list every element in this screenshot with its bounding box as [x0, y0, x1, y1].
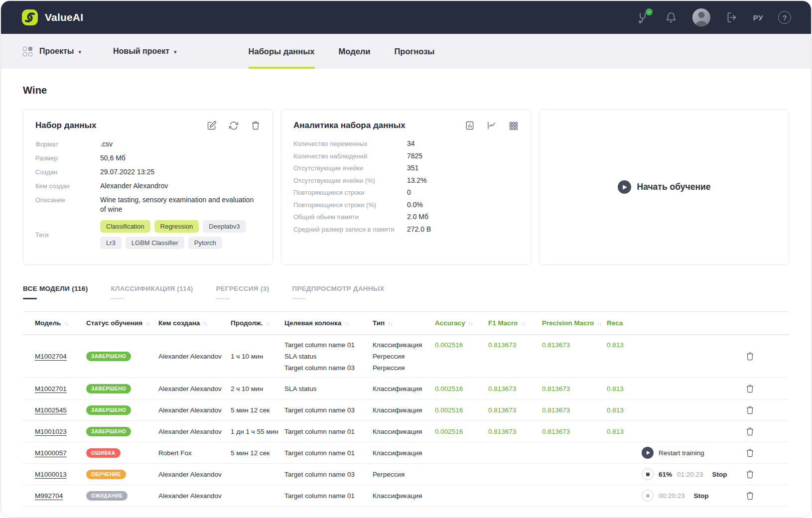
model-link[interactable]: M1002704 — [35, 353, 67, 360]
field-label: Кем создан — [35, 182, 100, 190]
tab-regression[interactable]: РЕГРЕССИЯ (3) — [216, 285, 269, 299]
logout-icon[interactable] — [725, 11, 738, 24]
sort-icon[interactable]: ↑↓ — [266, 320, 270, 326]
edit-dataset-button[interactable] — [207, 121, 217, 130]
col-model[interactable]: Модель↑↓ — [35, 319, 86, 327]
analytics-card: Аналитика набора данных — [281, 109, 531, 265]
field-label: Размер — [35, 154, 100, 162]
creator-cell: Alexander Alexandov — [158, 406, 231, 414]
sort-icon[interactable]: ↑↓ — [597, 320, 601, 326]
tab-all-models[interactable]: ВСЕ МОДЕЛИ (116) — [23, 285, 88, 299]
f1-macro-cell: 0.813673 — [488, 385, 542, 392]
stop-button[interactable]: Stop — [712, 471, 727, 478]
projects-dropdown[interactable]: Проекты ▾ — [39, 47, 81, 56]
col-type[interactable]: Тип↑↓ — [373, 319, 435, 327]
apps-grid-icon[interactable] — [23, 47, 32, 56]
tag[interactable]: Lr3 — [100, 237, 122, 249]
table-row: M1000057 ОШИБКА Robert Fox 5 мин 12 сек … — [23, 442, 789, 463]
models-table: Модель↑↓ Статус обучения↑↓ Кем создана↑↓… — [23, 311, 789, 507]
status-badge: ЗАВЕРШЕНО — [86, 352, 131, 361]
data-grid-icon[interactable] — [509, 121, 519, 130]
stat-value: 34 — [407, 139, 415, 147]
restart-training-button[interactable]: Restart training — [642, 447, 704, 459]
delete-model-button[interactable] — [744, 490, 755, 501]
delete-model-button[interactable] — [744, 383, 755, 394]
delete-model-button[interactable] — [744, 426, 755, 437]
sort-icon[interactable]: ↑↓ — [203, 320, 207, 326]
stop-training-icon[interactable] — [642, 468, 654, 480]
valueai-logo-icon — [21, 8, 39, 26]
tag[interactable]: Regression — [154, 220, 199, 233]
stop-training-icon[interactable] — [642, 490, 654, 502]
precision-macro-cell: 0.813673 — [542, 385, 607, 392]
sort-icon[interactable]: ↑↓ — [468, 320, 473, 326]
tag[interactable]: Deeplabv3 — [203, 220, 246, 233]
table-header-row: Модель↑↓ Статус обучения↑↓ Кем создана↑↓… — [23, 311, 789, 335]
sort-icon[interactable]: ↑↓ — [64, 320, 68, 326]
type-cell: Классификация — [373, 449, 435, 457]
line-chart-icon[interactable] — [487, 121, 497, 130]
sort-icon[interactable]: ↑↓ — [145, 320, 150, 326]
language-switcher[interactable]: РУ — [753, 13, 763, 22]
target-cell: Target column name 01 — [284, 428, 373, 435]
model-link[interactable]: M992704 — [35, 492, 63, 500]
target-cell: Target column name 01 SLA status Target … — [284, 339, 373, 374]
delete-model-button[interactable] — [744, 447, 755, 458]
user-avatar[interactable] — [692, 8, 710, 26]
col-accuracy[interactable]: Accuracy↑↓ — [435, 319, 488, 327]
sort-icon[interactable]: ↑↓ — [521, 320, 525, 326]
health-monitor-icon[interactable] — [637, 11, 650, 24]
type-cell: Регрессия — [373, 471, 435, 478]
tags-list: Classification Regression Deeplabv3 Lr3 … — [100, 220, 260, 249]
table-row: M1002701 ЗАВЕРШЕНО Alexander Alexandov 2… — [23, 378, 789, 399]
secondary-navbar: Проекты ▾ Новый проект ▾ Наборы данных М… — [1, 34, 811, 69]
tag[interactable]: LGBM Classifier — [126, 237, 184, 249]
table-row: M1001023 ЗАВЕРШЕНО Alexander Alexandov 1… — [23, 420, 789, 442]
tab-datasets[interactable]: Наборы данных — [249, 34, 315, 69]
model-link[interactable]: M1002545 — [35, 406, 67, 414]
refresh-dataset-button[interactable] — [229, 121, 239, 130]
start-training-button[interactable]: Начать обучение — [618, 180, 711, 194]
topnav-actions: РУ ? — [637, 8, 791, 26]
tab-data-preview[interactable]: ПРЕДПРОСМОТР ДАННЫХ — [292, 285, 384, 299]
delete-model-button[interactable] — [744, 404, 755, 415]
table-row: M1000013 ОБУЧЕНИЕ Alexander Alexandov Ta… — [23, 463, 789, 485]
delete-model-button[interactable] — [744, 351, 755, 362]
col-recall[interactable]: Reca — [607, 319, 642, 327]
stat-value: 7825 — [407, 152, 422, 160]
new-project-dropdown[interactable]: Новый проект ▾ — [113, 34, 177, 69]
tab-forecasts[interactable]: Прогнозы — [394, 34, 434, 69]
brand[interactable]: ValueAI — [21, 8, 83, 26]
col-duration[interactable]: Продолж.↑↓ — [231, 319, 284, 327]
report-chart-icon[interactable] — [465, 121, 475, 130]
col-creator[interactable]: Кем создана↑↓ — [158, 319, 231, 327]
model-link[interactable]: M1000057 — [35, 449, 67, 457]
col-f1-macro[interactable]: F1 Macro↑↓ — [488, 319, 542, 327]
delete-model-button[interactable] — [744, 469, 755, 480]
model-link[interactable]: M1002701 — [35, 385, 67, 392]
section-tabs: Наборы данных Модели Прогнозы — [249, 34, 435, 69]
stat-value: 0 — [407, 188, 411, 196]
help-icon[interactable]: ? — [778, 11, 791, 24]
type-cell: Классификация — [373, 406, 435, 414]
target-cell: Target column name 03 — [284, 471, 373, 478]
delete-dataset-button[interactable] — [251, 121, 261, 130]
model-filter-tabs: ВСЕ МОДЕЛИ (116) КЛАССИФИКАЦИЯ (114) РЕГ… — [23, 285, 789, 299]
stop-button[interactable]: Stop — [694, 492, 709, 500]
col-precision-macro[interactable]: Precision Macro↑↓ — [542, 319, 607, 327]
model-link[interactable]: M1000013 — [35, 471, 67, 478]
type-cell: Классификация — [373, 428, 435, 435]
stat-label: Средний размер записи в памяти — [293, 226, 407, 233]
sort-icon[interactable]: ↑↓ — [388, 320, 392, 326]
tag[interactable]: Pytorch — [188, 237, 222, 249]
status-badge: ЗАВЕРШЕНО — [86, 427, 131, 436]
tab-classification[interactable]: КЛАССИФИКАЦИЯ (114) — [111, 285, 193, 299]
col-target[interactable]: Целевая колонка↑↓ — [284, 319, 373, 327]
col-status[interactable]: Статус обучения↑↓ — [86, 319, 158, 327]
bell-icon[interactable] — [665, 11, 677, 24]
model-link[interactable]: M1001023 — [35, 428, 67, 435]
recall-cell: 0.813 — [607, 339, 642, 351]
tag[interactable]: Classification — [100, 220, 150, 233]
tab-models[interactable]: Модели — [339, 34, 371, 69]
sort-icon[interactable]: ↑↓ — [344, 320, 349, 326]
